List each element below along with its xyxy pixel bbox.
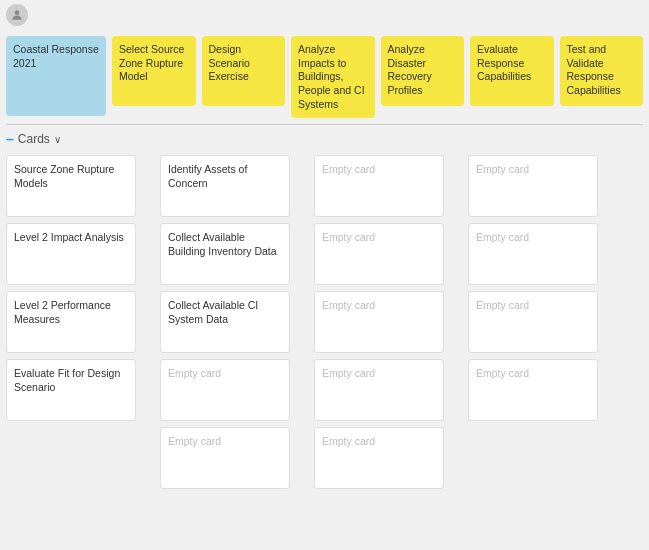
card-text: Empty card	[168, 435, 221, 447]
list-item[interactable]: Empty card	[160, 359, 290, 421]
yellow-card-label-2: Analyze Impacts to Buildings, People and…	[298, 43, 365, 110]
list-item[interactable]: Empty card	[314, 427, 444, 489]
cards-section-label: Cards	[18, 132, 50, 146]
list-item[interactable]: Level 2 Impact Analysis	[6, 223, 136, 285]
col-gap-3	[452, 155, 460, 489]
list-item[interactable]: Collect Available CI System Data	[160, 291, 290, 353]
list-item[interactable]: Empty card	[314, 291, 444, 353]
list-item[interactable]: Evaluate Fit for Design Scenario	[6, 359, 136, 421]
cards-col-4: Empty card Empty card Empty card Empty c…	[468, 155, 598, 489]
card-text: Empty card	[476, 299, 529, 311]
yellow-card-label-3: Analyze Disaster Recovery Profiles	[388, 43, 432, 96]
main-top-card-label: Coastal Response 2021	[13, 43, 99, 69]
card-text: Collect Available Building Inventory Dat…	[168, 231, 277, 257]
cards-header: – Cards ∨	[6, 131, 643, 147]
card-text: Empty card	[322, 299, 375, 311]
list-item[interactable]: Empty card	[468, 359, 598, 421]
card-text: Empty card	[322, 367, 375, 379]
list-item[interactable]: Empty card	[314, 359, 444, 421]
card-text: Empty card	[476, 367, 529, 379]
collapse-icon[interactable]: –	[6, 131, 14, 147]
yellow-card-label-0: Select Source Zone Rupture Model	[119, 43, 184, 82]
list-item[interactable]: Collect Available Building Inventory Dat…	[160, 223, 290, 285]
svg-point-0	[15, 10, 20, 15]
card-text: Identify Assets of Concern	[168, 163, 247, 189]
card-text: Empty card	[476, 231, 529, 243]
avatar	[6, 4, 28, 26]
yellow-card-3[interactable]: Analyze Disaster Recovery Profiles	[381, 36, 465, 106]
yellow-card-label-5: Test and Validate Response Capabilities	[567, 43, 621, 96]
cards-section: – Cards ∨ Source Zone Rupture Models Lev…	[0, 125, 649, 493]
list-item[interactable]: Empty card	[468, 291, 598, 353]
list-item[interactable]: Empty card	[314, 155, 444, 217]
col-gap-1	[144, 155, 152, 489]
yellow-card-4[interactable]: Evaluate Response Capabilities	[470, 36, 554, 106]
list-item[interactable]: Empty card	[314, 223, 444, 285]
card-text: Level 2 Impact Analysis	[14, 231, 124, 243]
chevron-down-icon[interactable]: ∨	[54, 134, 61, 145]
avatar-area	[0, 0, 649, 28]
card-text: Empty card	[322, 163, 375, 175]
col-gap-2	[298, 155, 306, 489]
cards-col-2: Identify Assets of Concern Collect Avail…	[160, 155, 290, 489]
top-section: Coastal Response 2021 Select Source Zone…	[0, 28, 649, 124]
card-text: Collect Available CI System Data	[168, 299, 258, 325]
list-item[interactable]: Empty card	[160, 427, 290, 489]
list-item[interactable]: Empty card	[468, 155, 598, 217]
yellow-card-label-1: Design Scenario Exercise	[209, 43, 250, 82]
card-text: Evaluate Fit for Design Scenario	[14, 367, 120, 393]
yellow-card-2[interactable]: Analyze Impacts to Buildings, People and…	[291, 36, 375, 118]
yellow-card-label-4: Evaluate Response Capabilities	[477, 43, 531, 82]
cards-col-3: Empty card Empty card Empty card Empty c…	[314, 155, 444, 489]
yellow-card-0[interactable]: Select Source Zone Rupture Model	[112, 36, 196, 106]
cards-col-1: Source Zone Rupture Models Level 2 Impac…	[6, 155, 136, 489]
card-text: Empty card	[476, 163, 529, 175]
card-text: Source Zone Rupture Models	[14, 163, 114, 189]
list-item[interactable]: Level 2 Performance Measures	[6, 291, 136, 353]
card-text: Empty card	[168, 367, 221, 379]
yellow-card-5[interactable]: Test and Validate Response Capabilities	[560, 36, 644, 106]
cards-columns: Source Zone Rupture Models Level 2 Impac…	[6, 155, 643, 489]
main-top-card[interactable]: Coastal Response 2021	[6, 36, 106, 116]
list-item[interactable]: Empty card	[468, 223, 598, 285]
list-item[interactable]: Source Zone Rupture Models	[6, 155, 136, 217]
list-item[interactable]: Identify Assets of Concern	[160, 155, 290, 217]
yellow-card-1[interactable]: Design Scenario Exercise	[202, 36, 286, 106]
card-text: Empty card	[322, 231, 375, 243]
card-text: Level 2 Performance Measures	[14, 299, 111, 325]
card-text: Empty card	[322, 435, 375, 447]
